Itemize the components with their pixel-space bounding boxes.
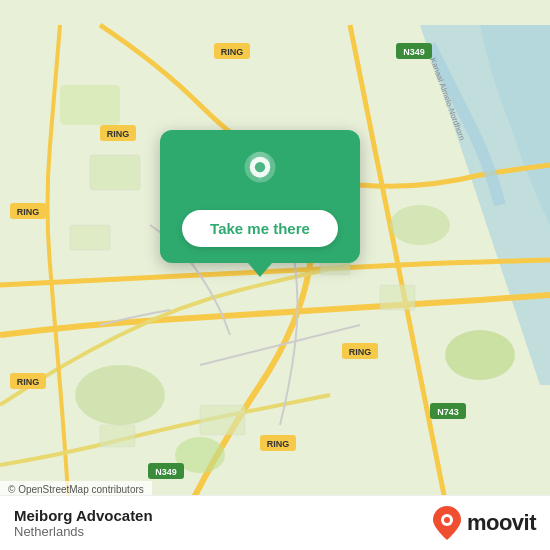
- svg-text:N349: N349: [403, 47, 425, 57]
- moovit-brand: moovit: [467, 510, 536, 536]
- location-name: Meiborg Advocaten: [14, 507, 153, 524]
- take-me-there-button[interactable]: Take me there: [182, 210, 338, 247]
- moovit-pin-icon: [433, 506, 461, 540]
- svg-rect-3: [60, 85, 120, 125]
- popup-card: Take me there: [160, 130, 360, 263]
- map-container: RING N349 RING RING RING RING RING N349 …: [0, 0, 550, 550]
- svg-point-1: [75, 365, 165, 425]
- moovit-logo: moovit: [433, 506, 536, 540]
- bottom-bar: Meiborg Advocaten Netherlands moovit: [0, 495, 550, 550]
- svg-text:RING: RING: [221, 47, 244, 57]
- svg-text:RING: RING: [17, 377, 40, 387]
- svg-rect-30: [100, 425, 135, 447]
- svg-text:N743: N743: [437, 407, 459, 417]
- svg-rect-25: [90, 155, 140, 190]
- svg-rect-29: [200, 405, 245, 435]
- svg-point-4: [445, 330, 515, 380]
- map-background: RING N349 RING RING RING RING RING N349 …: [0, 0, 550, 550]
- svg-point-36: [444, 517, 450, 523]
- location-info: Meiborg Advocaten Netherlands: [14, 507, 153, 539]
- svg-rect-26: [70, 225, 110, 250]
- svg-point-2: [390, 205, 450, 245]
- location-pin-icon: [236, 150, 284, 198]
- svg-text:RING: RING: [17, 207, 40, 217]
- svg-text:RING: RING: [267, 439, 290, 449]
- svg-text:RING: RING: [349, 347, 372, 357]
- svg-text:RING: RING: [107, 129, 130, 139]
- svg-text:N349: N349: [155, 467, 177, 477]
- location-country: Netherlands: [14, 524, 153, 539]
- svg-rect-28: [380, 285, 415, 310]
